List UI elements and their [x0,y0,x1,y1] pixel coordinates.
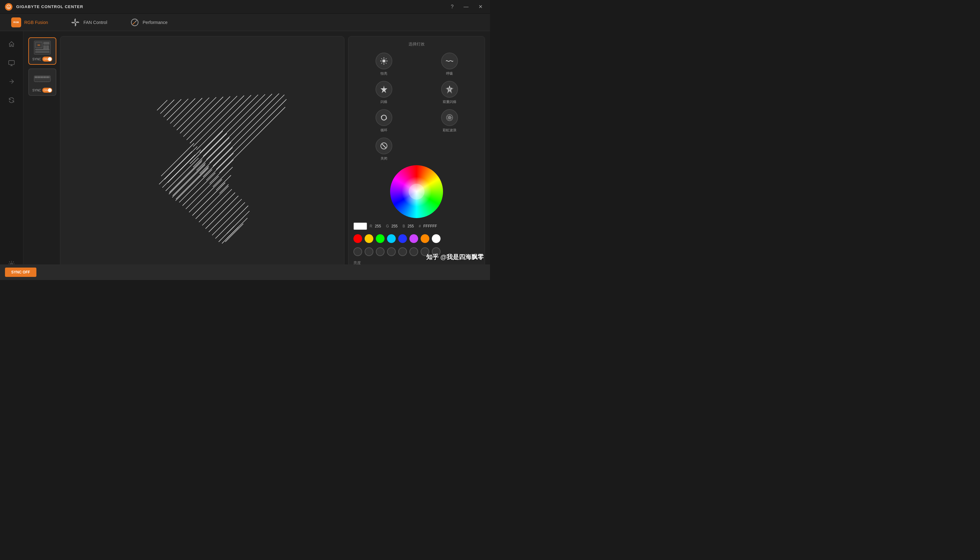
svg-rect-20 [43,77,46,78]
svg-line-48 [213,95,284,167]
svg-line-97 [382,63,382,63]
svg-rect-29 [46,81,47,82]
svg-line-69 [196,186,229,219]
color-swatch-5[interactable] [409,234,418,243]
color-wheel[interactable] [390,165,443,218]
color-swatch-0[interactable] [353,234,362,243]
svg-line-54 [200,142,231,173]
svg-line-45 [203,94,265,156]
effect-btn-breathing[interactable] [441,53,458,69]
svg-line-36 [173,98,202,127]
color-swatch-9[interactable] [365,247,373,256]
ram-image [33,72,51,86]
sidebar-item-home[interactable] [5,37,18,51]
color-swatch-11[interactable] [387,247,396,256]
help-button[interactable]: ? [448,2,456,11]
ram-sync-row: SYNC ON [32,88,52,93]
svg-line-63 [176,166,209,199]
motherboard-sync-row: SYNC ON [32,57,52,62]
svg-line-72 [206,196,238,229]
close-button[interactable]: ✕ [476,2,485,11]
device-card-ram[interactable]: SYNC ON [28,68,56,96]
svg-line-65 [183,173,216,206]
effect-item-double-flicker[interactable]: 双重闪烁 [419,81,480,104]
effect-btn-constant[interactable] [375,53,392,69]
sidebar-item-arrow[interactable] [5,75,18,88]
watermark: 知乎 @我是四海飘零 [426,253,484,261]
b-value: 255 [408,224,416,228]
effect-label-flicker: 闪烁 [380,100,387,104]
effect-btn-flicker[interactable] [375,81,392,98]
motherboard-image: MB [33,40,51,55]
color-swatch-10[interactable] [376,247,385,256]
tab-fan-label: FAN Control [83,20,107,25]
svg-rect-26 [40,81,42,82]
effects-section-title: 选择灯效 [353,42,480,47]
effect-item-flicker[interactable]: 闪烁 [353,81,414,104]
svg-rect-14 [35,51,50,53]
svg-text:MB: MB [37,44,40,46]
tab-rgb-fusion[interactable]: RGB RGB Fusion [6,15,53,30]
effect-item-breathing[interactable]: 呼吸 [419,53,480,76]
effect-item-constant[interactable]: 恒亮 [353,53,414,76]
tab-fan-control[interactable]: FAN Control [65,15,112,30]
b-label: B [403,224,405,228]
svg-line-82 [162,155,195,188]
svg-rect-13 [35,49,50,50]
tab-rgb-label: RGB Fusion [24,20,48,25]
svg-line-34 [167,99,188,120]
svg-line-96 [386,63,387,63]
effect-label-rainbow: 彩虹波浪 [443,128,457,133]
tab-performance[interactable]: Performance [125,15,173,30]
color-swatch-13[interactable] [409,247,418,256]
sidebar-item-refresh[interactable] [5,93,18,107]
color-swatch-8[interactable] [353,247,362,256]
nav-tabs: RGB RGB Fusion FAN Control Performance [0,14,490,31]
rgb-fusion-icon: RGB [11,17,21,27]
color-preview-box [353,222,367,230]
color-swatch-7[interactable] [432,234,440,243]
svg-line-86 [175,168,208,201]
color-swatch-3[interactable] [387,234,396,243]
color-swatch-4[interactable] [398,234,407,243]
svg-rect-22 [35,79,50,80]
device-card-motherboard[interactable]: MB SYNC ON [28,37,56,65]
g-value: 255 [392,224,400,228]
ram-sync-toggle[interactable]: ON [42,88,52,93]
effect-item-off[interactable]: 关闭 [353,138,414,161]
svg-line-68 [192,183,225,216]
r-value: 255 [375,224,383,228]
motherboard-sync-toggle[interactable]: ON [42,57,52,62]
lighting-preview [60,37,344,275]
effect-btn-cycle[interactable] [375,109,392,126]
effect-label-constant: 恒亮 [380,71,387,76]
sync-off-button[interactable]: SYNC OFF [5,268,37,277]
svg-line-33 [163,99,182,117]
performance-icon [130,17,140,27]
swatches-row-1 [353,234,480,243]
minimize-button[interactable]: — [461,2,471,11]
svg-line-64 [179,170,212,203]
svg-line-98 [386,58,387,59]
color-swatch-1[interactable] [365,234,373,243]
main-layout: MB SYNC ON [0,31,490,280]
svg-rect-12 [47,45,48,49]
sidebar-item-monitor[interactable] [5,56,18,70]
rgb-row: R 255 G 255 B 255 # FFFFFF [353,222,480,230]
svg-line-62 [173,163,206,196]
color-swatch-6[interactable] [421,234,429,243]
svg-line-79 [227,227,238,238]
effect-btn-double-flicker[interactable] [441,81,458,98]
effect-label-off: 关闭 [380,156,387,161]
color-swatch-2[interactable] [376,234,385,243]
effect-btn-rainbow[interactable] [441,109,458,126]
svg-rect-27 [42,81,43,82]
effect-item-cycle[interactable]: 循环 [353,109,414,133]
effect-item-rainbow[interactable]: 彩虹波浪 [419,109,480,133]
svg-line-85 [172,165,205,198]
svg-rect-4 [9,61,14,65]
svg-rect-11 [43,45,46,49]
effect-btn-off[interactable] [375,138,392,154]
color-swatch-12[interactable] [398,247,407,256]
svg-rect-23 [35,81,37,82]
